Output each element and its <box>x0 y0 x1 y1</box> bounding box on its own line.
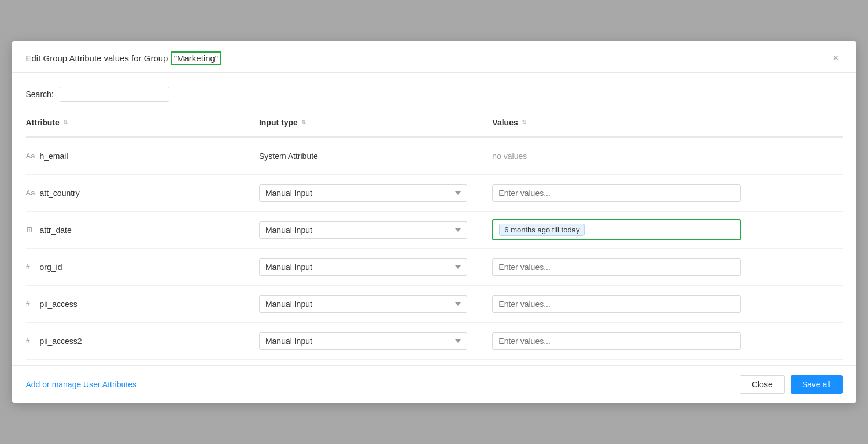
sort-icon-input-type[interactable]: ⇅ <box>301 120 306 125</box>
search-label: Search: <box>26 90 54 99</box>
values-cell-attr-date[interactable]: 6 months ago till today <box>492 219 842 240</box>
table-header: Attribute ⇅ Input type ⇅ Values ⇅ <box>26 113 843 138</box>
table-row: Aa att_country Manual Input System Attri… <box>26 175 843 212</box>
modal-title: Edit Group Attribute values for Group "M… <box>26 53 222 63</box>
value-input-att-country[interactable] <box>492 184 741 202</box>
table-row: Aa h_email System Attribute no values <box>26 138 843 175</box>
input-type-cell-pii-access[interactable]: Manual Input System Attribute <box>259 295 492 313</box>
attr-cell-att-country: Aa att_country <box>26 188 259 198</box>
attr-name: att_country <box>40 188 80 198</box>
attr-name: attr_date <box>40 225 72 235</box>
attr-cell-org-id: # org_id <box>26 262 259 272</box>
modal: Edit Group Attribute values for Group "M… <box>12 41 856 403</box>
modal-footer: Add or manage User Attributes Close Save… <box>12 365 856 403</box>
table-row: # pii_access Manual Input System Attribu… <box>26 286 843 323</box>
input-type-cell-h-email: System Attribute <box>259 151 492 161</box>
values-cell-org-id[interactable] <box>492 258 842 276</box>
modal-overlay: Edit Group Attribute values for Group "M… <box>0 0 868 444</box>
close-button[interactable]: Close <box>740 375 785 394</box>
value-input-pii-access[interactable] <box>492 295 741 313</box>
attr-cell-h-email: Aa h_email <box>26 151 259 161</box>
column-input-type: Input type ⇅ <box>259 113 492 132</box>
search-row: Search: <box>26 87 843 102</box>
table-row: # org_id Manual Input System Attribute <box>26 249 843 286</box>
attr-name: h_email <box>40 151 68 161</box>
input-type-select-att-country[interactable]: Manual Input System Attribute <box>259 184 467 202</box>
table-row: 🗓 attr_date Manual Input System Attribut… <box>26 212 843 249</box>
search-input[interactable] <box>60 87 169 102</box>
attr-name: pii_access2 <box>40 336 82 346</box>
input-type-cell-pii-access2[interactable]: Manual Input System Attribute <box>259 332 492 350</box>
modal-body: Search: Attribute ⇅ Input type ⇅ Values … <box>12 73 856 360</box>
value-input-pii-access2[interactable] <box>492 332 741 350</box>
attr-name: pii_access <box>40 299 77 309</box>
input-type-cell-att-country[interactable]: Manual Input System Attribute <box>259 184 492 202</box>
save-all-button[interactable]: Save all <box>791 375 843 394</box>
values-cell-pii-access[interactable] <box>492 295 842 313</box>
number-attr-icon: # <box>26 336 35 345</box>
input-type-cell-attr-date[interactable]: Manual Input System Attribute <box>259 221 492 239</box>
value-tag-attr-date: 6 months ago till today <box>499 224 585 236</box>
footer-buttons: Close Save all <box>740 375 843 394</box>
attr-cell-pii-access2: # pii_access2 <box>26 336 259 346</box>
modal-header: Edit Group Attribute values for Group "M… <box>12 41 856 73</box>
number-attr-icon: # <box>26 299 35 308</box>
attr-cell-pii-access: # pii_access <box>26 299 259 309</box>
text-attr-icon: Aa <box>26 188 35 197</box>
value-input-org-id[interactable] <box>492 258 741 276</box>
title-prefix: Edit Group Attribute values for Group <box>26 53 171 63</box>
calendar-attr-icon: 🗓 <box>26 225 35 234</box>
close-icon[interactable]: × <box>829 51 843 64</box>
system-attr-label: System Attribute <box>259 151 318 161</box>
column-attribute: Attribute ⇅ <box>26 113 259 132</box>
group-name: "Marketing" <box>171 51 222 65</box>
number-attr-icon: # <box>26 262 35 271</box>
no-values-label: no values <box>492 151 527 161</box>
text-attr-icon: Aa <box>26 151 35 160</box>
value-tag-container-attr-date[interactable]: 6 months ago till today <box>492 219 741 240</box>
manage-user-attributes-link[interactable]: Add or manage User Attributes <box>26 380 136 389</box>
table-row: # pii_access2 Manual Input System Attrib… <box>26 323 843 360</box>
values-cell-h-email: no values <box>492 151 842 161</box>
input-type-select-pii-access2[interactable]: Manual Input System Attribute <box>259 332 467 350</box>
input-type-cell-org-id[interactable]: Manual Input System Attribute <box>259 258 492 276</box>
input-type-select-attr-date[interactable]: Manual Input System Attribute <box>259 221 467 239</box>
attr-cell-attr-date: 🗓 attr_date <box>26 225 259 235</box>
values-cell-pii-access2[interactable] <box>492 332 842 350</box>
attr-name: org_id <box>40 262 62 272</box>
sort-icon-values[interactable]: ⇅ <box>522 120 526 125</box>
values-cell-att-country[interactable] <box>492 184 842 202</box>
sort-icon-attribute[interactable]: ⇅ <box>63 120 68 125</box>
input-type-select-pii-access[interactable]: Manual Input System Attribute <box>259 295 467 313</box>
column-values: Values ⇅ <box>492 113 842 132</box>
input-type-select-org-id[interactable]: Manual Input System Attribute <box>259 258 467 276</box>
